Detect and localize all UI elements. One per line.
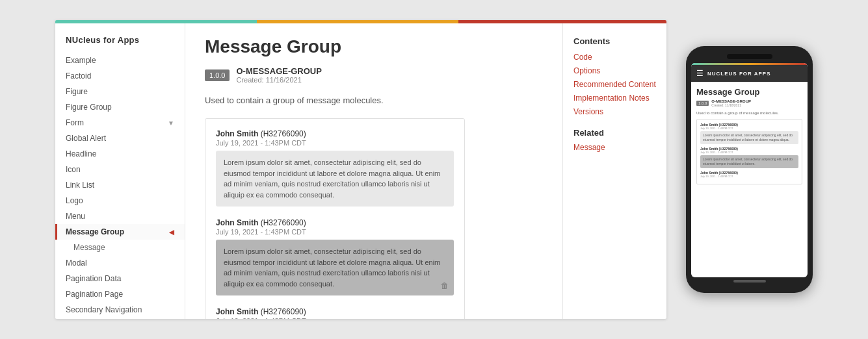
sidebar-item-pagination-data[interactable]: Pagination Data xyxy=(55,271,185,286)
sidebar-item-menu[interactable]: Menu xyxy=(55,208,185,224)
sidebar-item-example[interactable]: Example xyxy=(55,53,185,68)
hamburger-icon: ☰ xyxy=(696,69,704,78)
phone-home-indicator xyxy=(733,280,766,282)
sidebar-item-secondary-navigation[interactable]: Secondary Navigation xyxy=(55,302,185,318)
message-timestamp-3: July 19, 2021 - 1:43PM CDT xyxy=(216,317,454,319)
toc-link-implementation[interactable]: Implementation Notes xyxy=(573,94,656,103)
toc-link-versions[interactable]: Versions xyxy=(573,107,656,116)
toc-link-options[interactable]: Options xyxy=(573,66,656,75)
sidebar-item-headline[interactable]: Headline xyxy=(55,146,185,162)
main-content: Message Group 1.0.0 O-MESSAGE-GROUP Crea… xyxy=(185,23,562,319)
right-panel: Contents Code Options Recommended Conten… xyxy=(562,23,666,319)
main-card: NUcleus for Apps Example Factoid Figure … xyxy=(55,20,666,319)
phone-msg-item-3: John Smith (H32766090) July 19, 2021 - 1… xyxy=(700,171,798,178)
phone-msg-item-1: John Smith (H32766090) July 19, 2021 - 1… xyxy=(700,123,798,144)
sidebar-item-factoid[interactable]: Factoid xyxy=(55,68,185,84)
message-timestamp-2: July 19, 2021 - 1:43PM CDT xyxy=(216,228,454,236)
sidebar: NUcleus for Apps Example Factoid Figure … xyxy=(55,23,185,319)
sidebar-item-global-alert[interactable]: Global Alert xyxy=(55,131,185,146)
sidebar-item-form[interactable]: Form ▼ xyxy=(55,115,185,131)
component-desc: Used to contain a group of message molec… xyxy=(205,95,543,105)
phone-desc: Used to contain a group of message molec… xyxy=(696,111,802,115)
phone-content: Message Group 1.0.0 O-MESSAGE-GROUP Crea… xyxy=(691,82,808,277)
toc-link-recommended[interactable]: Recommended Content xyxy=(573,80,656,89)
sidebar-item-pagination-page[interactable]: Pagination Page xyxy=(55,286,185,302)
sidebar-item-modal[interactable]: Modal xyxy=(55,255,185,271)
phone-header-title: NUCLEUS FOR APPS xyxy=(707,71,771,77)
message-item-3: John Smith (H32766090) July 19, 2021 - 1… xyxy=(216,307,454,319)
sidebar-item-figure[interactable]: Figure xyxy=(55,84,185,99)
message-bubble-2: Lorem ipsum dolor sit amet, consectetur … xyxy=(216,240,454,295)
phone-header: ☰ NUCLEUS FOR APPS xyxy=(691,65,808,82)
phone-page-title: Message Group xyxy=(696,87,802,97)
phone-msg-item-2: John Smith (H32766090) July 19, 2021 - 1… xyxy=(700,147,798,168)
component-name: O-MESSAGE-GROUP xyxy=(236,66,321,76)
message-group-demo: John Smith (H32766090) July 19, 2021 - 1… xyxy=(205,118,465,319)
phone-msg-bubble-1: Lorem ipsum dolor sit amet, consectetur … xyxy=(700,131,798,144)
message-author-3: John Smith (H32766090) xyxy=(216,307,454,316)
chevron-down-icon: ▼ xyxy=(168,119,174,127)
message-author-2: John Smith (H32766090) xyxy=(216,218,454,227)
phone-meta: 1.0.0 O-MESSAGE-GROUP Created: 11/16/202… xyxy=(696,99,802,107)
sidebar-item-logo[interactable]: Logo xyxy=(55,193,185,208)
component-meta: 1.0.0 O-MESSAGE-GROUP Created: 11/16/202… xyxy=(205,66,543,84)
phone-notch xyxy=(727,54,772,59)
component-date: Created: 11/16/2021 xyxy=(236,76,321,84)
sidebar-item-message[interactable]: Message xyxy=(55,240,185,255)
sidebar-title: NUcleus for Apps xyxy=(55,30,185,53)
version-badge: 1.0.0 xyxy=(205,69,230,81)
phone-msg-bubble-2: Lorem ipsum dolor sit amet, consectetur … xyxy=(700,155,798,168)
message-item-1: John Smith (H32766090) July 19, 2021 - 1… xyxy=(216,129,454,207)
sidebar-item-link-list[interactable]: Link List xyxy=(55,177,185,193)
page-title: Message Group xyxy=(205,36,543,57)
related-link-message[interactable]: Message xyxy=(573,143,656,152)
phone-msg-group: John Smith (H32766090) July 19, 2021 - 1… xyxy=(696,119,802,184)
active-arrow-icon: ◀ xyxy=(169,229,174,236)
component-info: O-MESSAGE-GROUP Created: 11/16/2021 xyxy=(236,66,321,84)
outer-wrapper: NUcleus for Apps Example Factoid Figure … xyxy=(0,0,868,339)
message-timestamp-1: July 19, 2021 - 1:43PM CDT xyxy=(216,139,454,147)
phone-version-badge: 1.0.0 xyxy=(696,101,709,106)
sidebar-item-figure-group[interactable]: Figure Group xyxy=(55,99,185,115)
phone-comp-date: Created: 11/16/2021 xyxy=(711,103,751,107)
toc-heading: Contents xyxy=(573,36,656,46)
toc-link-code[interactable]: Code xyxy=(573,53,656,62)
delete-icon[interactable]: 🗑 xyxy=(441,280,449,292)
phone-mockup: ☰ NUCLEUS FOR APPS Message Group 1.0.0 O… xyxy=(686,46,813,293)
message-item-2: John Smith (H32766090) July 19, 2021 - 1… xyxy=(216,218,454,295)
message-author-1: John Smith (H32766090) xyxy=(216,129,454,138)
related-heading: Related xyxy=(573,128,656,138)
phone-screen: ☰ NUCLEUS FOR APPS Message Group 1.0.0 O… xyxy=(691,63,808,277)
message-bubble-1: Lorem ipsum dolor sit amet, consectetur … xyxy=(216,151,454,207)
card-body: NUcleus for Apps Example Factoid Figure … xyxy=(55,23,666,319)
sidebar-item-search[interactable]: Search xyxy=(55,318,185,319)
sidebar-item-icon[interactable]: Icon xyxy=(55,162,185,177)
sidebar-item-message-group[interactable]: Message Group ◀ xyxy=(55,224,185,240)
